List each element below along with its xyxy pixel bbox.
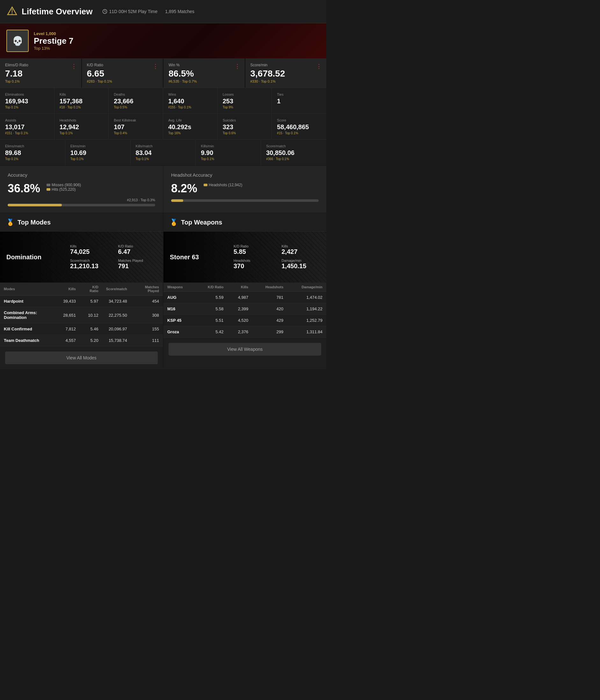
top-modes-card: 🏅 Top Modes Domination Kills 74,025 K/D …: [0, 214, 163, 369]
weapons-row-kd: 5.42: [195, 326, 228, 338]
weapons-col-kills: Kills: [228, 282, 252, 292]
modes-row-name: Kill Confirmed: [0, 323, 59, 335]
avatar: 💀: [6, 30, 29, 52]
stat-headshots: Headshots 12,942 Top 0.1%: [54, 114, 109, 140]
modes-col-name: Modes: [0, 282, 59, 296]
modes-row-kills: 39,433: [59, 296, 80, 307]
modes-table-row: Kill Confirmed 7,812 5.46 20,096.97 155: [0, 323, 163, 335]
weapons-col-dmg: Damage/min: [287, 282, 326, 292]
stat-assists-label: Assists: [5, 118, 49, 122]
svg-point-2: [12, 14, 13, 14]
featured-stat-2-sub: #6,535 · Top 0.7%: [168, 79, 240, 83]
stat-ties-value: 1: [277, 98, 321, 105]
stat-ties: Ties 1: [272, 88, 326, 114]
modes-col-matches: Matches Played: [131, 282, 163, 296]
weapons-row-kills: 2,399: [228, 303, 252, 315]
stat-best-killstreak-sub: Top 0.4%: [114, 131, 158, 135]
stat-eliminations-value: 169,943: [5, 98, 49, 105]
modes-score-label: Score/match: [70, 259, 109, 262]
weapons-hs-value: 370: [234, 262, 272, 270]
stat-wins-value: 1,640: [168, 98, 212, 105]
weapons-featured-stats: K/D Ratio 5.85 Kills 2,427 Headshots 370…: [227, 244, 326, 270]
accuracy-hits-label: Hits (525,220): [52, 187, 76, 192]
featured-stat-0-value: 7.18: [5, 69, 76, 79]
app-logo-icon: [6, 6, 18, 17]
stat-deaths: Deaths 23,666 Top 0.5%: [109, 88, 163, 114]
stat-avg-life: Avg. Life 40.292s Top 16%: [163, 114, 218, 140]
stat-suicides-label: Suicides: [223, 118, 267, 122]
modes-kd-stat: K/D Ratio 6.47: [118, 244, 157, 255]
modes-row-kills: 7,812: [59, 323, 80, 335]
weapons-card-header: 🏅 Top Weapons: [163, 214, 326, 231]
modes-row-name: Hardpoint: [0, 296, 59, 307]
weapons-kd-value: 5.85: [234, 248, 272, 255]
weapons-row-kills: 2,376: [228, 326, 252, 338]
modes-table-row: Hardpoint 39,433 5.97 34,723.48 454: [0, 296, 163, 307]
weapons-row-kills: 4,987: [228, 292, 252, 303]
modes-row-score: 15,738.74: [102, 335, 131, 346]
modes-row-name: Team Deathmatch: [0, 335, 59, 346]
stat-best-killstreak-value: 107: [114, 123, 158, 131]
more-button-2[interactable]: ⋮: [235, 63, 240, 70]
stat-score-match-label: Score/match: [266, 144, 321, 148]
page-title: Lifetime Overview: [22, 7, 93, 17]
headshot-accuracy-main: 8.2% Headshots (12,942): [171, 183, 319, 194]
featured-stat-1: K/D Ratio 6.65 #283 · Top 0.1% ⋮: [82, 58, 163, 88]
view-all-modes-button[interactable]: View All Modes: [5, 351, 158, 364]
featured-stat-0: Elims/D Ratio 7.18 Top 0.1% ⋮: [0, 58, 81, 88]
stats-row-2: Assists 13,017 #151 · Top 0.1% Headshots…: [0, 114, 326, 140]
stat-assists-sub: #151 · Top 0.1%: [5, 131, 49, 135]
modes-matches-label: Matches Played: [118, 259, 157, 262]
modes-card-header: 🏅 Top Modes: [0, 214, 163, 231]
stat-score-match: Score/match 30,850.06 #366 · Top 0.1%: [261, 140, 326, 165]
weapons-table-row: Groza 5.42 2,376 299 1,311.84: [163, 326, 326, 338]
stat-kills-min-sub: Top 0.1%: [201, 157, 256, 161]
view-all-weapons-button[interactable]: View All Weapons: [168, 343, 321, 356]
modes-table: Modes Kills K/D Ratio Score/match Matche…: [0, 282, 163, 346]
stat-kills: Kills 157,368 #18 · Top 0.1%: [54, 88, 109, 114]
stat-score-sub: #15 · Top 0.1%: [277, 131, 321, 135]
weapons-kills-value: 2,427: [282, 248, 320, 255]
stat-elims-min-value: 10.69: [71, 149, 125, 156]
weapons-row-headshots: 781: [252, 292, 287, 303]
more-button-1[interactable]: ⋮: [153, 63, 158, 70]
weapons-trophy-icon: 🏅: [170, 219, 178, 226]
weapons-col-headshots: Headshots: [252, 282, 287, 292]
modes-row-kills: 4,557: [59, 335, 80, 346]
stat-best-killstreak: Best Killstreak 107 Top 0.4%: [109, 114, 163, 140]
weapons-row-headshots: 429: [252, 315, 287, 326]
weapons-row-kd: 5.51: [195, 315, 228, 326]
weapons-hs-stat: Headshots 370: [234, 259, 272, 270]
accuracy-percentage: 36.8%: [8, 183, 40, 194]
modes-col-kills: Kills: [59, 282, 80, 296]
accuracy-main: 36.8% Misses (900,906) Hits (525,220): [8, 183, 155, 194]
accuracy-misses-label: Misses (900,906): [52, 183, 81, 187]
weapons-featured-name: Stoner 63: [163, 253, 227, 261]
modes-row-matches: 454: [131, 296, 163, 307]
stat-score-label: Score: [277, 118, 321, 122]
headshot-accuracy-percentage: 8.2%: [171, 183, 197, 194]
modes-row-kills: 28,651: [59, 307, 80, 323]
stat-headshots-value: 12,942: [59, 123, 104, 131]
stat-ties-label: Ties: [277, 93, 321, 96]
modes-showcase-bg: Domination Kills 74,025 K/D Ratio 6.47 S…: [0, 231, 163, 282]
header: Lifetime Overview 11D 00H 52M Play Time …: [0, 0, 326, 23]
modes-table-section: Modes Kills K/D Ratio Score/match Matche…: [0, 282, 163, 346]
weapons-table-section: Weapons K/D Ratio Kills Headshots Damage…: [163, 282, 326, 338]
profile-banner: 💀 Level 1,000 Prestige 7 Top 13%: [0, 23, 326, 58]
stats-row-1: Eliminations 169,943 Top 0.1% Kills 157,…: [0, 88, 326, 114]
more-button-3[interactable]: ⋮: [316, 63, 322, 70]
modes-row-score: 20,096.97: [102, 323, 131, 335]
weapons-showcase-bg: Stoner 63 K/D Ratio 5.85 Kills 2,427 Hea…: [163, 231, 326, 282]
matches-stat: 1,895 Matches: [165, 9, 194, 14]
top-weapons-card: 🏅 Top Weapons Stoner 63 K/D Ratio 5.85 K…: [163, 214, 326, 369]
weapons-col-kd: K/D Ratio: [195, 282, 228, 292]
modes-row-kd: 5.46: [80, 323, 102, 335]
more-button-0[interactable]: ⋮: [71, 63, 77, 70]
weapons-dmg-stat: Damage/min 1,450.15: [282, 259, 320, 270]
accuracy-progress-bar: [8, 204, 155, 206]
modes-featured-stats: Kills 74,025 K/D Ratio 6.47 Score/match …: [64, 244, 163, 270]
weapons-dmg-value: 1,450.15: [282, 262, 320, 270]
stat-assists-value: 13,017: [5, 123, 49, 131]
secondary-stats-block: Eliminations 169,943 Top 0.1% Kills 157,…: [0, 88, 326, 165]
